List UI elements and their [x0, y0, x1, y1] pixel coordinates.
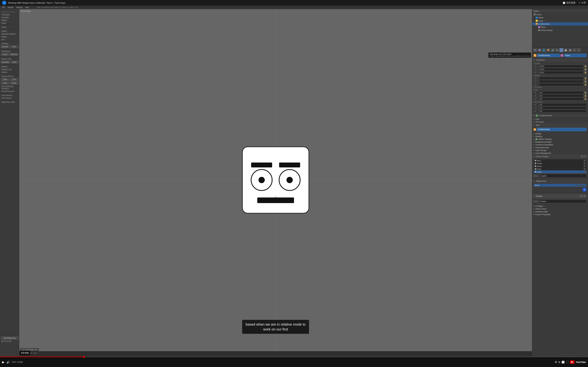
repeat-btn[interactable]: Repeat — [0, 65, 19, 68]
face-svg — [241, 145, 294, 184]
clear-btn[interactable]: Clear — [10, 61, 18, 64]
remove-btn[interactable]: Remove — [10, 53, 18, 56]
blender-logo — [2, 1, 6, 5]
viewport-label: Front Ortho — [21, 10, 31, 12]
svg-rect-1 — [251, 163, 272, 167]
scale-btn[interactable]: Scale — [0, 22, 19, 25]
svg-rect-2 — [279, 163, 294, 167]
face-object — [241, 145, 294, 184]
insert-btn[interactable]: Insert — [1, 53, 9, 56]
ruler-btn[interactable]: Ruler/Protractor — [0, 90, 19, 93]
repeat-last-btn[interactable]: Repeat Last — [0, 68, 19, 71]
viewport[interactable]: Front Ortho based when we are in relativ… — [19, 9, 294, 184]
blender-menu-bar: File Render Window Help | Vertex | Face[… — [0, 6, 294, 9]
divider4 — [0, 49, 19, 49]
delete-btn[interactable]: Delete — [0, 35, 19, 38]
origin-btn[interactable]: Origin — [0, 26, 19, 28]
tools-header: Object Tools — [0, 10, 19, 13]
erase-btn[interactable]: Erase — [10, 82, 18, 84]
duplicate-btn[interactable]: Duplicate Objects — [0, 33, 19, 35]
line-btn[interactable]: Line — [10, 78, 18, 81]
grease-pencil-label: Grease Pencil: — [0, 75, 19, 78]
left-panel: Object Tools Transform: Translate Rotate… — [0, 9, 19, 184]
menu-render[interactable]: Render — [7, 7, 14, 8]
translate-btn[interactable]: Translate — [0, 16, 19, 19]
gp-draw-pair: Draw Line — [0, 78, 19, 81]
divider5 — [0, 57, 19, 57]
menu-file[interactable]: File — [1, 7, 6, 8]
menu-window[interactable]: Window — [16, 7, 23, 8]
cell-fracture-dots-btn[interactable]: Cell Fracture... — [0, 94, 19, 97]
svg-point-6 — [286, 177, 293, 183]
svg-point-4 — [259, 177, 265, 183]
cell-fracture-btn[interactable]: Cell Fracture — [0, 97, 19, 100]
top-bar: Working With Shape Keys in Blender: Part… — [0, 0, 294, 6]
calculate-btn[interactable]: Calculate — [1, 61, 10, 64]
video-title: Working With Shape Keys in Blender: Part… — [8, 1, 294, 4]
keyframes-pair: Insert Remove — [0, 53, 19, 56]
object-label: Object: — [0, 30, 19, 33]
shading-label: Shading: — [0, 42, 19, 45]
rigid-body-btn[interactable]: Rigid Body Tools — [0, 101, 19, 103]
gp-poly-pair: Poly Erase — [0, 81, 19, 85]
transform-label: Transform: — [0, 13, 19, 16]
rotate-btn[interactable]: Rotate — [0, 19, 19, 22]
blender-info: Vertex | Face[235] | Obj | Object (1) | … — [36, 7, 78, 8]
keyframes-label: Keyframes: — [0, 50, 19, 53]
motion-path-pair: Calculate Clear — [0, 60, 19, 64]
divider7 — [0, 74, 19, 74]
divider9 — [0, 100, 19, 100]
poly-btn[interactable]: Poly — [1, 82, 9, 84]
smooth-btn[interactable]: Smooth — [1, 45, 9, 48]
sketching-btn[interactable]: Use Sketching Sessions — [0, 85, 19, 90]
divider1 — [0, 25, 19, 25]
join-btn[interactable]: Join — [0, 38, 19, 41]
flat-btn[interactable]: Flat — [10, 45, 18, 48]
shading-pair: Smooth Flat — [0, 45, 19, 49]
menu-help[interactable]: Help — [25, 7, 30, 8]
motion-path-label: Motion Path: — [0, 58, 19, 60]
history-btn[interactable]: History... — [0, 71, 19, 74]
draw-btn[interactable]: Draw — [1, 78, 9, 81]
